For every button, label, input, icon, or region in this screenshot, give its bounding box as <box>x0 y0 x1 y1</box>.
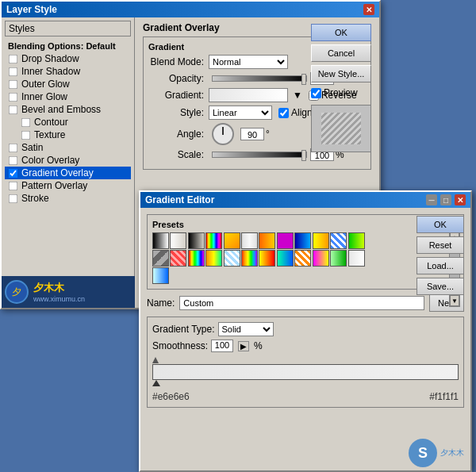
ge-minimize-button[interactable]: ─ <box>426 194 437 205</box>
blend-mode-label: Blend Mode: <box>148 56 204 67</box>
drop-shadow-checkbox[interactable] <box>9 54 18 63</box>
ge-close-button[interactable]: ✕ <box>455 194 466 205</box>
opacity-slider[interactable] <box>212 75 307 82</box>
preset-item[interactable] <box>294 232 311 249</box>
ge-load-button[interactable]: Load... <box>416 257 464 274</box>
preset-item[interactable] <box>188 232 205 249</box>
new-style-button[interactable]: New Style... <box>311 65 371 83</box>
align-checkbox[interactable] <box>278 108 289 118</box>
ge-ok-button[interactable]: OK <box>416 216 464 233</box>
outer-glow-label: Outer Glow <box>21 79 70 90</box>
preset-item[interactable] <box>152 232 169 249</box>
preset-item[interactable] <box>241 250 258 267</box>
watermark-text: 夕木木 www.ximumu.cn <box>33 281 85 303</box>
preset-item[interactable] <box>277 250 294 267</box>
gradient-type-label: Gradient Type: <box>152 324 215 335</box>
pattern-overlay-checkbox[interactable] <box>9 181 18 190</box>
preset-item[interactable] <box>170 232 186 249</box>
preset-item[interactable] <box>205 232 222 249</box>
preset-item[interactable] <box>294 250 311 267</box>
outer-glow-checkbox[interactable] <box>9 79 18 89</box>
gradient-preview[interactable] <box>209 88 288 102</box>
preview-label[interactable]: Preview <box>311 87 374 98</box>
style-color-overlay[interactable]: Color Overlay <box>5 154 131 167</box>
scroll-down-arrow[interactable]: ▼ <box>450 295 459 306</box>
preset-item[interactable] <box>170 250 186 267</box>
satin-label: Satin <box>21 142 43 153</box>
inner-glow-checkbox[interactable] <box>9 92 18 102</box>
style-inner-glow[interactable]: Inner Glow <box>5 90 131 103</box>
ge-reset-button[interactable]: Reset <box>416 236 464 254</box>
gradient-overlay-checkbox[interactable] <box>9 168 18 178</box>
style-pattern-overlay[interactable]: Pattern Overlay <box>5 179 131 192</box>
preset-item[interactable] <box>259 250 275 267</box>
blend-mode-select[interactable]: Normal <box>209 55 288 69</box>
watermark-icon: 夕 <box>5 280 29 304</box>
preset-item[interactable] <box>205 250 222 267</box>
preset-item[interactable] <box>152 250 169 267</box>
color-overlay-checkbox[interactable] <box>9 155 18 165</box>
inner-shadow-checkbox[interactable] <box>9 67 18 76</box>
style-label: Style: <box>148 107 204 118</box>
cancel-button[interactable]: Cancel <box>311 44 371 62</box>
blending-options-label: Blending Options: Default <box>5 40 131 52</box>
angle-dial[interactable] <box>212 123 234 145</box>
inner-shadow-label: Inner Shadow <box>21 66 80 77</box>
preset-item[interactable] <box>188 250 205 267</box>
satin-checkbox[interactable] <box>9 143 18 152</box>
preset-item[interactable] <box>277 232 294 249</box>
style-texture[interactable]: Texture <box>5 129 131 141</box>
angle-value[interactable]: 90 <box>240 128 264 140</box>
preset-item[interactable] <box>348 232 365 249</box>
style-outer-glow[interactable]: Outer Glow <box>5 78 131 90</box>
style-select[interactable]: Linear <box>209 106 272 120</box>
smoothness-stepper[interactable]: ▶ <box>238 341 249 351</box>
scale-slider[interactable] <box>212 152 307 158</box>
gradient-editor-body: Presets ▲ ▼ OK Reset Load... Save... Nam… <box>140 208 470 417</box>
smoothness-row: Smoothness: 100 ▶ % <box>152 340 459 352</box>
layer-style-title: Layer Style <box>6 4 57 15</box>
preview-checkbox[interactable] <box>311 88 321 98</box>
style-contour[interactable]: Contour <box>5 116 131 129</box>
opacity-label: Opacity: <box>148 73 204 84</box>
preset-item[interactable] <box>224 232 240 249</box>
preset-item[interactable] <box>348 250 365 267</box>
preset-item[interactable] <box>152 267 169 284</box>
preset-item[interactable] <box>259 232 275 249</box>
name-input[interactable] <box>179 296 424 310</box>
ok-button[interactable]: OK <box>311 24 371 41</box>
style-drop-shadow[interactable]: Drop Shadow <box>5 52 131 65</box>
smoothness-value[interactable]: 100 <box>211 340 233 352</box>
gradient-type-group: Gradient Type: Solid Smoothness: 100 ▶ % <box>147 317 464 408</box>
gradient-dropdown-arrow[interactable]: ▼ <box>293 90 302 101</box>
preview-box <box>311 105 371 152</box>
preset-item[interactable] <box>241 232 258 249</box>
drop-shadow-label: Drop Shadow <box>21 53 79 64</box>
layer-style-close-button[interactable]: ✕ <box>363 4 374 15</box>
preview-inner <box>321 113 361 144</box>
preset-item[interactable] <box>330 232 347 249</box>
gradient-editor-title: Gradient Editor <box>145 194 214 205</box>
ge-save-button[interactable]: Save... <box>416 278 464 295</box>
name-label: Name: <box>147 297 175 309</box>
name-row: Name: New <box>147 294 464 312</box>
texture-checkbox[interactable] <box>21 130 31 140</box>
style-gradient-overlay[interactable]: Gradient Overlay <box>5 167 131 179</box>
preset-item[interactable] <box>313 250 329 267</box>
gradient-bar[interactable] <box>152 364 459 380</box>
stroke-checkbox[interactable] <box>9 194 18 203</box>
style-stroke[interactable]: Stroke <box>5 192 131 205</box>
contour-checkbox[interactable] <box>21 117 31 127</box>
preset-item[interactable] <box>330 250 347 267</box>
style-bevel-emboss[interactable]: Bevel and Emboss <box>5 103 131 116</box>
gradient-type-select[interactable]: Solid <box>218 322 274 336</box>
ge-buttons: OK Reset Load... Save... <box>416 216 464 295</box>
watermark: 夕 夕木木 www.ximumu.cn <box>2 276 135 308</box>
color-stop-left[interactable] <box>152 380 159 388</box>
preset-item[interactable] <box>224 250 240 267</box>
ge-maximize-button[interactable]: □ <box>440 194 451 205</box>
bevel-emboss-checkbox[interactable] <box>9 105 18 114</box>
style-inner-shadow[interactable]: Inner Shadow <box>5 65 131 78</box>
style-satin[interactable]: Satin <box>5 141 131 154</box>
preset-item[interactable] <box>313 232 329 249</box>
